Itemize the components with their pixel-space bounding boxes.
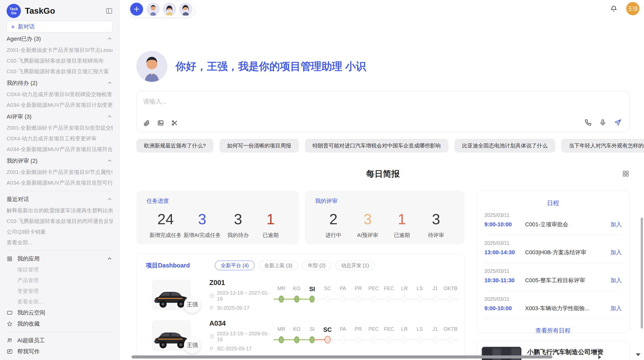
suggestion-chip[interactable]: 比亚迪全固态电池计划具体说了什么 (455, 139, 555, 153)
recent-chat-item[interactable]: C02-飞腾新能源轻客改款项目的闭环通告反馈情况 (7, 216, 113, 227)
dashboard-tab[interactable]: 动总开发 (1) (335, 261, 375, 270)
sidebar-task-item[interactable]: C02-飞腾新能源轻客改款项目里程碑画布 (7, 55, 113, 66)
recent-chat-item[interactable]: 解释最新出台的欧盟报废车法规再生塑料比例被调至15%... (7, 205, 113, 216)
input-actions (584, 119, 622, 126)
vertical-scrollbar[interactable] (641, 218, 643, 328)
suggestion-chip[interactable]: 欧洲新规最近颁布了什么? (136, 139, 213, 153)
microphone-icon[interactable] (599, 119, 606, 126)
milestone-line (443, 299, 448, 299)
stat-label: 已逾期 (387, 232, 417, 239)
sidebar-task-item[interactable]: A034-全新新能源MUV产品开发项目计划变更表编写 (7, 100, 113, 110)
recent-chat-item[interactable]: 公司Q3轻卡销量 (7, 227, 113, 237)
milestone-label: OKTB (443, 286, 458, 294)
project-flag: SC-2025-05-17 (209, 346, 274, 352)
sidebar-section-header[interactable]: 我的待办 (2) (7, 77, 113, 89)
sidebar-task-item[interactable]: C02-飞腾新能源轻客改款项目立项汇报方案 (7, 66, 113, 77)
sidebar-item-my-apps[interactable]: 我的应用 (7, 253, 113, 264)
view-all-apps-link[interactable]: 查看全部... (7, 296, 113, 307)
sidebar-task-item[interactable]: C0X4-动力总成开发项目SI里程碑提交物检查 (7, 89, 113, 100)
milestone-dot (340, 336, 345, 343)
sidebar-section-header[interactable]: 最近对话 (7, 193, 113, 205)
schedule-row: 10:30-11:30C005-整车工程目标评审加入 (484, 277, 622, 284)
app-subitem[interactable]: 变更管理 (7, 286, 113, 296)
phone-icon[interactable] (584, 119, 592, 126)
scroll-down-arrow[interactable] (636, 353, 640, 356)
cloud-space-label: 我的云空间 (17, 309, 113, 317)
sidebar-section-header[interactable]: AI评审 (3) (7, 111, 113, 123)
milestone-dot-row (289, 334, 304, 345)
section-title: AI评审 (3) (7, 113, 107, 121)
chat-input[interactable] (137, 91, 629, 109)
milestone-cell: PR (350, 326, 366, 345)
sidebar-item-help-me-write[interactable]: 帮我写作 (7, 346, 113, 357)
schedule-row: 13:00-14:30C003|H0B-方案冻结评审加入 (484, 249, 622, 256)
schedule-card: 日程 2025/03/119:00-10:00C001-立项审批会加入2025/… (476, 191, 630, 333)
greeting-row: 你好，王强，我是你的项目管理助理 小识 (136, 51, 630, 82)
clock-icon (209, 293, 214, 298)
suggestion-chip[interactable]: 如何写一份清晰的项目周报 (219, 139, 299, 153)
milestone-line (274, 299, 279, 299)
project-row[interactable]: 王强A0342023-12-19 ~ 2026-01-19SC-2025-05-… (143, 320, 458, 352)
dashboard-tab[interactable]: 全新上装 (3) (258, 261, 298, 270)
milestone-dot-row (428, 334, 443, 345)
project-row[interactable]: 王强Z0012023-12-19 ~ 2027-01-19SI-2025-05-… (143, 279, 458, 311)
flag-icon (209, 346, 214, 351)
view-all-chats-link[interactable]: 查看全部... (7, 237, 113, 248)
milestone-label: SI (304, 326, 320, 334)
sidebar-task-item[interactable]: C0X4-动力总成开发项目工程变更评审 (7, 133, 113, 144)
dashboard-tab[interactable]: 年型 (2) (302, 261, 331, 270)
sidebar-task-item[interactable]: A034-全新新能源MUV产品开发项目造型可行性评审 (7, 177, 113, 188)
join-meeting-link[interactable]: 加入 (610, 305, 622, 312)
milestone-cell: SC (320, 326, 335, 345)
attachment-icon[interactable] (143, 119, 150, 126)
join-meeting-link[interactable]: 加入 (610, 221, 622, 228)
join-meeting-link[interactable]: 加入 (610, 277, 622, 284)
dashboard-tab[interactable]: 全新平台 (4) (215, 261, 255, 270)
project-dashboard-card: 项目Dashboard 全新平台 (4)全新上装 (3)年型 (2)动总开发 (… (136, 254, 464, 360)
milestone-line (428, 299, 433, 299)
project-car-image: 王强 (152, 320, 191, 351)
view-all-schedule-link[interactable]: 查看所有日程 (484, 327, 622, 335)
schedule-time: 13:00-14:30 (484, 249, 525, 256)
milestone-label: FEC (381, 286, 397, 294)
project-flag-text: SI-2025-05-17 (217, 305, 250, 311)
sidebar-item-cloud-space[interactable]: 我的云空间 (7, 307, 113, 318)
stat-value: 1 (387, 211, 417, 228)
join-meeting-link[interactable]: 加入 (610, 249, 622, 256)
sidebar: Task Go TaskGo + 新对话 Agent已办 (3)Z001-全新燃… (0, 0, 120, 360)
milestone-label: MR (274, 286, 289, 294)
scissors-icon[interactable] (171, 119, 178, 126)
milestone-cell: SC (320, 286, 335, 304)
app-subitem[interactable]: 项目管理 (7, 264, 113, 275)
schedule-date: 2025/03/11 (484, 268, 622, 274)
chevron-up-icon (107, 256, 113, 262)
schedule-name: X003-车辆动力学性能验... (525, 305, 607, 312)
scroll-right-arrow[interactable] (598, 355, 601, 359)
sidebar-task-item[interactable]: Z001-全新燃油皮卡产品开发项目SI节点Lesson Learn报告 (7, 45, 113, 55)
sidebar-item-ai-super-staff[interactable]: AI超级员工 (7, 335, 113, 346)
sidebar-task-item[interactable]: Z001-全新燃油轻卡产品开发项目SI节点属性5D文件评审 (7, 167, 113, 177)
send-icon[interactable] (614, 119, 622, 126)
sidebar-task-item[interactable]: Z001-全新燃油轻卡产品开发项目SI造型提交物评审 (7, 123, 113, 133)
milestone-dot (294, 336, 299, 343)
milestone-line (320, 299, 325, 299)
sidebar-section-header[interactable]: Agent已办 (3) (7, 33, 113, 45)
sidebar-task-item[interactable]: A034-全新新能源MUV产品开发项目法规符合性评审 (7, 144, 113, 155)
layout-grid-icon[interactable] (622, 170, 630, 177)
suggestion-chip[interactable]: 特朗普可能对进口汽车增税会对中国车企造成哪些影响 (305, 139, 448, 153)
milestone-dot (433, 336, 438, 343)
suggestion-chip[interactable]: 当下年轻人对汽车外观有怎样的喜好趋势 (561, 139, 644, 153)
project-owner-badge: 王强 (184, 337, 201, 354)
schedule-time: 9:00-10:00 (484, 221, 525, 228)
sidebar-item-favorites[interactable]: 我的收藏 (7, 318, 113, 329)
horizontal-scrollbar[interactable] (131, 355, 552, 358)
milestone-dot (356, 296, 361, 303)
milestone-cell: PEC (366, 326, 381, 345)
sidebar-collapse-icon[interactable] (106, 7, 113, 14)
sidebar-item-creative-drawing[interactable]: 创意制图 (7, 357, 113, 360)
sidebar-section-header[interactable]: 我的评审 (2) (7, 155, 113, 167)
new-chat-button[interactable]: + 新对话 (7, 21, 113, 33)
image-icon[interactable] (157, 119, 164, 126)
milestone-label: PA (335, 326, 350, 334)
app-subitem[interactable]: 产品管理 (7, 275, 113, 286)
